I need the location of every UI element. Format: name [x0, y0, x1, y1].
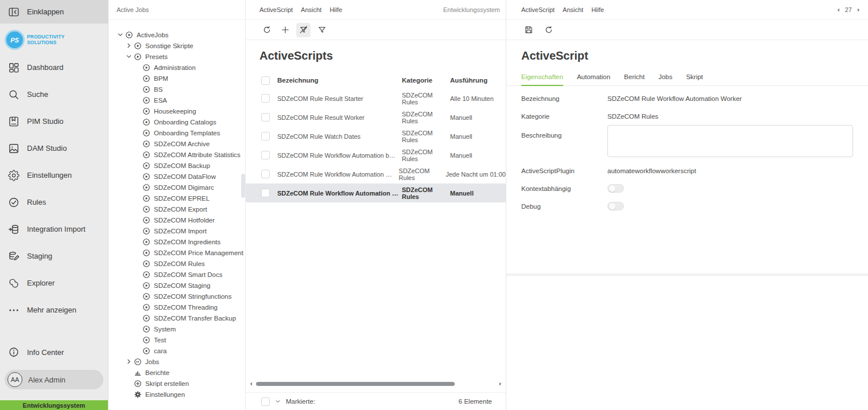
tree-node-bs[interactable]: BS	[108, 84, 245, 95]
column-header-bezeichnung[interactable]: Bezeichnung	[277, 77, 402, 84]
tree-node-activejobs[interactable]: ActiveJobs	[108, 29, 245, 40]
tree-node-sonstige-skripte[interactable]: Sonstige Skripte	[108, 40, 245, 51]
table-row[interactable]: SDZeCOM Rule Result StarterSDZeCOM Rules…	[246, 89, 506, 108]
sidebar-item-suche[interactable]: Suche	[0, 81, 108, 108]
row-checkbox[interactable]	[261, 151, 270, 159]
tree-node-sdzecom-ingredients[interactable]: SDZeCOM Ingredients	[108, 236, 245, 247]
tree-node-einstellungen[interactable]: Einstellungen	[108, 389, 245, 400]
tree-node-sdzecom-digimarc[interactable]: SDZeCOM Digimarc	[108, 182, 245, 193]
tree-node-sdzecom-rules[interactable]: SDZeCOM Rules	[108, 258, 245, 269]
marked-checkbox[interactable]	[261, 397, 270, 406]
tree-node-sdzecom-attribute-statistics[interactable]: SDZeCOM Attribute Statistics	[108, 149, 245, 160]
detail-menu-activescript[interactable]: ActiveScript	[521, 6, 555, 13]
detail-menu-hilfe[interactable]: Hilfe	[591, 6, 604, 13]
app-logo[interactable]: PS PRODUCTIVITY SOLUTIONS	[0, 24, 108, 54]
sidebar-item-mehr-anzeigen[interactable]: Mehr anzeigen	[0, 296, 108, 323]
sidebar-item-info-center[interactable]: Info Center	[0, 339, 108, 366]
select-all-checkbox[interactable]	[261, 76, 270, 85]
tab-eigenschaften[interactable]: Eigenschaften	[521, 69, 563, 86]
filter-button[interactable]	[315, 23, 329, 37]
sidebar-item-dashboard[interactable]: Dashboard	[0, 54, 108, 81]
add-button[interactable]	[278, 23, 292, 37]
tree-node-onboarding-templates[interactable]: Onboarding Templates	[108, 127, 245, 138]
tree-node-sdzecom-dataflow[interactable]: SDZeCOM DataFlow	[108, 171, 245, 182]
refresh-button[interactable]	[541, 23, 556, 37]
row-checkbox[interactable]	[261, 94, 270, 103]
chevron-down-icon[interactable]	[274, 398, 281, 405]
tree-node-skript-erstellen[interactable]: Skript erstellen	[108, 378, 245, 389]
sidebar-item-pim-studio[interactable]: PIM Studio	[0, 108, 108, 135]
row-checkbox[interactable]	[261, 132, 270, 140]
tree-node-sdzecom-eprel[interactable]: SDZeCOM EPREL	[108, 193, 245, 204]
tab-bericht[interactable]: Bericht	[624, 69, 645, 86]
collapse-sidebar-button[interactable]: Einklappen	[0, 0, 108, 24]
cell-bezeichnung: SDZeCOM Rule Workflow Automation Worker	[277, 190, 402, 197]
beschreibung-textarea[interactable]	[607, 125, 853, 157]
tree-node-test[interactable]: Test	[108, 334, 245, 345]
tab-skript[interactable]: Skript	[686, 69, 703, 86]
row-checkbox[interactable]	[261, 170, 270, 178]
tree-node-sdzecom-stringfunctions[interactable]: SDZeCOM Stringfunctions	[108, 291, 245, 302]
table-row[interactable]: SDZeCOM Rule Watch DatesSDZeCOM RulesMan…	[246, 127, 506, 146]
tree-node-sdzecom-backup[interactable]: SDZeCOM Backup	[108, 160, 245, 171]
list-menu-ansicht[interactable]: Ansicht	[301, 6, 321, 13]
row-checkbox[interactable]	[261, 189, 270, 197]
tree-scrollbar-thumb[interactable]	[241, 174, 245, 198]
sidebar-item-integration-import[interactable]: Integration Import	[0, 216, 108, 243]
tree-node-system[interactable]: System	[108, 323, 245, 334]
chevron-right-icon[interactable]	[125, 358, 133, 365]
chevron-down-icon[interactable]	[125, 53, 133, 60]
chevron-down-icon[interactable]	[117, 31, 124, 38]
tree-node-esa[interactable]: ESA	[108, 95, 245, 106]
tree-node-sdzecom-staging[interactable]: SDZeCOM Staging	[108, 280, 245, 291]
tree-node-onboarding-catalogs[interactable]: Onboarding Catalogs	[108, 116, 245, 127]
horizontal-scrollbar[interactable]	[246, 379, 506, 388]
chevron-right-icon[interactable]	[125, 42, 133, 49]
tree-node-presets[interactable]: Presets	[108, 51, 245, 62]
tree-node-sdzecom-hotfolder[interactable]: SDZeCOM Hotfolder	[108, 214, 245, 225]
filter-off-button[interactable]	[296, 23, 311, 37]
tree-node-sdzecom-smart-docs[interactable]: SDZeCOM Smart Docs	[108, 269, 245, 280]
sidebar-item-rules[interactable]: Rules	[0, 189, 108, 216]
play-circle-icon	[125, 31, 133, 39]
scroll-left-icon[interactable]	[249, 381, 254, 386]
column-header-kategorie[interactable]: Kategorie	[402, 77, 450, 84]
tree-node-sdzecom-export[interactable]: SDZeCOM Export	[108, 204, 245, 214]
refresh-button[interactable]	[259, 23, 274, 37]
table-row[interactable]: SDZeCOM Rule Workflow Automation WorkerS…	[246, 183, 506, 202]
tree-node-sdzecom-archive[interactable]: SDZeCOM Archive	[108, 138, 245, 149]
sidebar-item-dam-studio[interactable]: DAM Studio	[0, 135, 108, 162]
tree-node-jobs[interactable]: Jobs	[108, 356, 245, 367]
tree-node-sdzecom-price-management[interactable]: SDZeCOM Price Management	[108, 247, 245, 258]
tree-node-sdzecom-threading[interactable]: SDZeCOM Threading	[108, 302, 245, 313]
column-header-ausfuehrung[interactable]: Ausführung	[450, 77, 506, 84]
list-menu-activescript[interactable]: ActiveScript	[259, 6, 293, 13]
user-menu[interactable]: AA Alex Admin	[5, 370, 103, 389]
table-row[interactable]: SDZeCOM Rule Workflow Automation Starter…	[246, 165, 506, 183]
scroll-right-icon[interactable]	[498, 381, 503, 386]
pager-next-icon[interactable]	[856, 7, 861, 13]
kontextabhaengig-toggle[interactable]	[607, 184, 624, 193]
sidebar-item-staging[interactable]: Staging	[0, 243, 108, 270]
sidebar-item-explorer[interactable]: Explorer	[0, 270, 108, 296]
tree-node-sdzecom-transfer-backup[interactable]: SDZeCOM Transfer Backup	[108, 313, 245, 323]
scrollbar-track[interactable]	[254, 382, 498, 386]
tree-node-administration[interactable]: Administration	[108, 62, 245, 73]
tree-node-sdzecom-import[interactable]: SDZeCOM Import	[108, 225, 245, 236]
sidebar-item-einstellungen[interactable]: Einstellungen	[0, 162, 108, 189]
tab-jobs[interactable]: Jobs	[658, 69, 672, 86]
tree-node-bpm[interactable]: BPM	[108, 73, 245, 84]
tree-node-cara[interactable]: cara	[108, 345, 245, 356]
save-button[interactable]	[521, 23, 536, 37]
list-menu-hilfe[interactable]: Hilfe	[330, 6, 342, 13]
tab-automation[interactable]: Automation	[577, 69, 610, 86]
debug-toggle[interactable]	[607, 202, 624, 210]
tree-node-berichte[interactable]: Berichte	[108, 367, 245, 378]
row-checkbox[interactable]	[261, 113, 270, 122]
table-row[interactable]: SDZeCOM Rule Workflow Automation by d...…	[246, 146, 506, 165]
pager-prev-icon[interactable]	[836, 7, 841, 13]
tree-node-housekeeping[interactable]: Housekeeping	[108, 106, 245, 116]
table-row[interactable]: SDZeCOM Rule Result WorkerSDZeCOM RulesM…	[246, 108, 506, 127]
detail-menu-ansicht[interactable]: Ansicht	[563, 6, 583, 13]
scrollbar-thumb[interactable]	[256, 382, 455, 386]
